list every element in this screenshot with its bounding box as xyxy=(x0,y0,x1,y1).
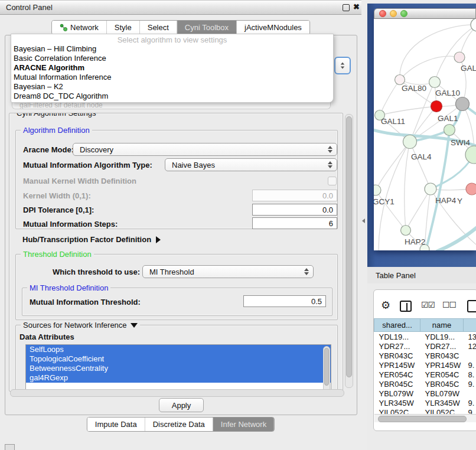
table-header-row[interactable]: shared... name xyxy=(374,319,476,332)
settings-hscrollbar[interactable] xyxy=(10,389,344,397)
node xyxy=(425,183,436,195)
collapsed-arrow-icon xyxy=(156,236,161,243)
close-traffic-icon[interactable] xyxy=(379,10,386,17)
menu-item-bayesian-hill-climbing[interactable]: Bayesian – Hill Climbing xyxy=(11,44,333,54)
dpi-tolerance-label: DPI Tolerance [0,1]: xyxy=(23,206,94,214)
kernel-width-field: 0.0 xyxy=(252,190,337,201)
table-row[interactable]: YPR145WYPR145W9. xyxy=(374,360,476,370)
minimize-traffic-icon[interactable] xyxy=(390,10,397,17)
mi-threshold-definition-group: MI Threshold Definition Mutual Informati… xyxy=(22,288,332,316)
sources-title-row[interactable]: Sources for Network Inference xyxy=(21,321,140,330)
table-row[interactable]: YLR345WYLR345W9. xyxy=(374,398,476,407)
select-all-icon[interactable]: ☑☑ xyxy=(421,300,435,309)
apply-button[interactable]: Apply xyxy=(159,398,204,412)
table-row[interactable]: YDL19...YDL19...13 xyxy=(374,332,476,342)
deselect-all-icon[interactable]: ☐☐ xyxy=(442,300,456,309)
table-panel-title: Table Panel xyxy=(376,271,416,280)
tab-impute-data[interactable]: Impute Data xyxy=(87,418,145,431)
algorithm-definition-title: Algorithm Definition xyxy=(21,126,92,135)
tab-select[interactable]: Select xyxy=(140,21,177,34)
network-canvas[interactable]: GAL GAL80 GAL10 GAL1 GAL11 SWI4 GAL4 GCY… xyxy=(374,19,476,250)
column-header-name[interactable]: name xyxy=(420,319,464,332)
mi-threshold-field[interactable]: 0.5 xyxy=(243,295,326,307)
node-gal1-selected xyxy=(431,101,442,112)
network-graph: GAL GAL80 GAL10 GAL1 GAL11 SWI4 GAL4 GCY… xyxy=(374,19,476,250)
column-header-shared-name[interactable]: shared... xyxy=(374,319,420,332)
mi-steps-field[interactable]: 6 xyxy=(252,217,337,229)
expanded-arrow-icon xyxy=(131,323,138,328)
mi-type-combo[interactable]: Naive Bayes xyxy=(165,158,337,171)
cyni-algorithm-settings-group: Cyni Algorithm Settings Algorithm Defini… xyxy=(9,113,343,392)
list-item[interactable]: BetweennessCentrality xyxy=(26,364,331,373)
hub-definition-toggle[interactable]: Hub/Transcription Factor Definition xyxy=(22,235,161,244)
tab-discretize-data[interactable]: Discretize Data xyxy=(145,418,213,431)
dpi-tolerance-field[interactable]: 0.0 xyxy=(252,204,337,216)
node xyxy=(471,19,476,31)
network-graph-icon xyxy=(60,24,67,31)
list-item[interactable]: SelfLoops xyxy=(26,345,331,354)
table-mode-icon[interactable] xyxy=(467,300,476,312)
menu-item-dream8[interactable]: Dream8 DC_TDC Algorithm xyxy=(11,92,333,101)
tab-cyni-toolbox[interactable]: Cyni Toolbox xyxy=(177,21,237,34)
node-label: HAP2 xyxy=(405,237,425,246)
app-root: Control Panel ✖ Network Style Select Cyn… xyxy=(0,0,476,450)
data-attributes-list[interactable]: SelfLoops TopologicalCoefficient Between… xyxy=(25,344,331,392)
column-header-clipped[interactable] xyxy=(464,319,476,332)
menu-item-mutual-information[interactable]: Mutual Information Inference xyxy=(11,73,333,82)
zoom-traffic-icon[interactable] xyxy=(400,10,407,17)
node-table[interactable]: shared... name YDL19...YDL19...13 YDR27.… xyxy=(374,318,476,417)
node-label: HAP4 xyxy=(435,196,457,205)
sources-group: Sources for Network Inference Data Attri… xyxy=(15,325,338,392)
table-card: ⚙ ☑☑ ☐☐ shared... name YDL19...YDL19...1… xyxy=(373,289,476,431)
settings-scrollbar[interactable] xyxy=(345,114,353,388)
tab-network-label: Network xyxy=(70,23,99,32)
network-window-titlebar[interactable] xyxy=(374,8,476,19)
mi-type-label: Mutual Information Algorithm Type: xyxy=(23,161,152,169)
tab-infer-network[interactable]: Infer Network xyxy=(213,418,274,431)
node xyxy=(429,77,441,88)
threshold-definition-group: Threshold Definition Which threshold to … xyxy=(15,254,338,320)
list-item[interactable]: TopologicalCoefficient xyxy=(26,354,331,364)
inference-algorithm-combo-fragment[interactable] xyxy=(334,57,351,74)
mi-threshold-definition-title: MI Threshold Definition xyxy=(27,283,110,292)
gear-icon[interactable]: ⚙ xyxy=(381,300,390,311)
network-window[interactable]: GAL GAL80 GAL10 GAL1 GAL11 SWI4 GAL4 GCY… xyxy=(374,8,476,250)
which-threshold-combo[interactable]: MI Threshold xyxy=(142,265,314,278)
panel-divider-grip[interactable] xyxy=(362,219,365,223)
tab-style[interactable]: Style xyxy=(107,21,140,34)
node-label: GAL80 xyxy=(402,84,426,93)
combo-stepper-icon xyxy=(328,146,332,153)
manual-kernel-checkbox[interactable] xyxy=(328,177,337,185)
node-label: GAL4 xyxy=(411,152,432,161)
table-row[interactable]: YER054CYER054C8. xyxy=(374,370,476,379)
table-row[interactable]: YDR27...YDR27...12 xyxy=(374,341,476,351)
tab-network[interactable]: Network xyxy=(52,21,107,34)
node-label: GAL10 xyxy=(435,89,460,97)
combo-stepper-icon xyxy=(328,161,332,168)
table-row[interactable]: YBL079WYBL079W xyxy=(374,389,476,398)
menu-item-aracne[interactable]: ARACNE Algorithm xyxy=(11,63,333,73)
menu-item-bayesian-k2[interactable]: Bayesian – K2 xyxy=(11,82,333,92)
tab-jactivemnodules[interactable]: jActiveMNodules xyxy=(237,21,309,34)
split-view-icon[interactable] xyxy=(400,301,412,312)
list-scrollbar[interactable] xyxy=(323,346,330,392)
mi-steps-label: Mutual Information Steps: xyxy=(23,220,118,229)
threshold-definition-title: Threshold Definition xyxy=(21,250,94,259)
node xyxy=(395,75,405,85)
float-window-icon[interactable] xyxy=(343,4,350,11)
table-row[interactable]: YBR043CYBR043C xyxy=(374,351,476,360)
list-item[interactable]: gal4RGexp xyxy=(26,373,331,383)
popup-placeholder: Select algorithm to view settings xyxy=(11,35,333,44)
table-row[interactable]: YBR045CYBR045C9. xyxy=(374,379,476,389)
which-threshold-label: Which threshold to use: xyxy=(53,268,140,276)
node xyxy=(456,97,470,111)
menu-item-basic-correlation[interactable]: Basic Correlation Inference xyxy=(11,54,333,63)
close-icon[interactable]: ✖ xyxy=(353,2,360,11)
manual-kernel-label: Manual Kernel Width Definition xyxy=(23,177,136,185)
aracne-mode-combo[interactable]: Discovery xyxy=(73,143,337,156)
node xyxy=(465,146,476,164)
bottom-tabbar: Impute Data Discretize Data Infer Networ… xyxy=(87,417,275,432)
corner-grip-box[interactable] xyxy=(5,444,15,450)
node xyxy=(403,135,417,149)
table-hscrollbar[interactable] xyxy=(374,414,476,422)
